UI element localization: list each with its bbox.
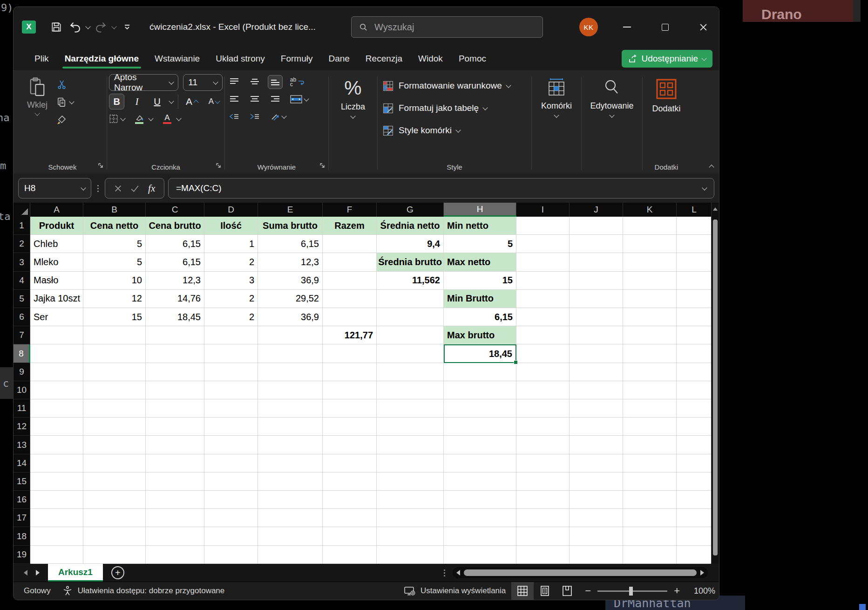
cell-A6[interactable]: Ser: [30, 308, 83, 326]
cell-A11[interactable]: [30, 399, 83, 418]
cancel-icon[interactable]: [114, 185, 122, 192]
cell-A1[interactable]: Produkt: [30, 217, 83, 235]
underline-button[interactable]: U: [149, 94, 165, 110]
align-top-button[interactable]: [227, 75, 242, 89]
cell-J8[interactable]: [570, 344, 623, 363]
cell-I11[interactable]: [516, 399, 570, 418]
cell-L15[interactable]: [677, 473, 712, 491]
cell-J6[interactable]: [570, 308, 623, 326]
cell-H14[interactable]: [444, 454, 516, 473]
cell-F3[interactable]: [323, 253, 377, 271]
cells-button[interactable]: Komórki: [534, 74, 579, 160]
cell-I1[interactable]: [516, 217, 570, 235]
font-size-select[interactable]: 11: [183, 74, 223, 91]
col-header-B[interactable]: B: [83, 203, 146, 217]
cell-C16[interactable]: [146, 491, 204, 509]
cell-F7[interactable]: 121,77: [323, 326, 377, 344]
cell-E14[interactable]: [258, 454, 323, 473]
cell-I13[interactable]: [516, 436, 570, 454]
cell-H12[interactable]: [444, 418, 516, 436]
bold-button[interactable]: B: [109, 94, 124, 110]
cell-F2[interactable]: [323, 235, 377, 253]
cell-G17[interactable]: [377, 509, 444, 527]
cell-H2[interactable]: 5: [444, 235, 516, 253]
cell-K3[interactable]: [623, 253, 677, 271]
cell-F10[interactable]: [323, 381, 377, 399]
cell-E8[interactable]: [258, 344, 323, 363]
cell-G9[interactable]: [377, 363, 444, 381]
cell-I19[interactable]: [516, 546, 570, 564]
cell-E15[interactable]: [258, 473, 323, 491]
cell-J13[interactable]: [570, 436, 623, 454]
cell-B1[interactable]: Cena netto: [83, 217, 146, 235]
collapse-ribbon-icon[interactable]: [709, 164, 714, 170]
cell-D7[interactable]: [204, 326, 258, 344]
tab-recenzja[interactable]: Recenzja: [358, 47, 410, 70]
cell-D19[interactable]: [204, 546, 258, 564]
zoom-out-button[interactable]: −: [585, 585, 591, 597]
search-box[interactable]: Wyszukaj: [351, 16, 543, 38]
row-header-9[interactable]: 9: [14, 363, 30, 381]
cell-G6[interactable]: [377, 308, 444, 326]
cell-J10[interactable]: [570, 381, 623, 399]
cell-L6[interactable]: [677, 308, 712, 326]
col-header-I[interactable]: I: [516, 203, 570, 217]
cell-K6[interactable]: [623, 308, 677, 326]
insert-function-icon[interactable]: fx: [148, 183, 155, 194]
cell-J4[interactable]: [570, 272, 623, 290]
cell-A16[interactable]: [30, 491, 83, 509]
cell-G10[interactable]: [377, 381, 444, 399]
formula-input[interactable]: =MAX(C:C): [168, 178, 714, 199]
col-header-J[interactable]: J: [570, 203, 623, 217]
cell-I3[interactable]: [516, 253, 570, 271]
cell-A10[interactable]: [30, 381, 83, 399]
cell-I7[interactable]: [516, 326, 570, 344]
align-left-button[interactable]: [227, 92, 242, 106]
cell-C6[interactable]: 18,45: [146, 308, 204, 326]
cell-I15[interactable]: [516, 473, 570, 491]
cell-I18[interactable]: [516, 527, 570, 545]
cell-J12[interactable]: [570, 418, 623, 436]
vertical-scrollbar[interactable]: [711, 203, 719, 564]
font-family-select[interactable]: Aptos Narrow: [109, 74, 178, 91]
zoom-in-button[interactable]: +: [674, 585, 680, 597]
tab-wstawianie[interactable]: Wstawianie: [147, 47, 208, 70]
cell-H8[interactable]: 18,45: [444, 344, 516, 363]
orientation-button[interactable]: [268, 110, 288, 123]
cell-styles-button[interactable]: Style komórki: [382, 121, 527, 140]
cell-D16[interactable]: [204, 491, 258, 509]
expand-formula-bar-icon[interactable]: [702, 185, 707, 190]
cell-G5[interactable]: [377, 290, 444, 308]
cell-L3[interactable]: [677, 253, 712, 271]
cell-K18[interactable]: [623, 527, 677, 545]
next-sheet-icon[interactable]: [36, 570, 40, 576]
cell-B18[interactable]: [83, 527, 146, 545]
number-format-button[interactable]: % Liczba: [331, 74, 375, 160]
cell-H6[interactable]: 6,15: [444, 308, 516, 326]
cell-F19[interactable]: [323, 546, 377, 564]
cell-K19[interactable]: [623, 546, 677, 564]
cell-I2[interactable]: [516, 235, 570, 253]
cell-E5[interactable]: 29,52: [258, 290, 323, 308]
sheet-tab-arkusz1[interactable]: Arkusz1: [48, 564, 103, 582]
cell-L9[interactable]: [677, 363, 712, 381]
cell-G19[interactable]: [377, 546, 444, 564]
cell-B13[interactable]: [83, 436, 146, 454]
cell-K14[interactable]: [623, 454, 677, 473]
cell-I6[interactable]: [516, 308, 570, 326]
cell-C18[interactable]: [146, 527, 204, 545]
account-avatar[interactable]: KK: [579, 18, 598, 36]
align-right-button[interactable]: [268, 92, 283, 106]
cell-A14[interactable]: [30, 454, 83, 473]
cell-B3[interactable]: 5: [83, 253, 146, 271]
cell-I17[interactable]: [516, 509, 570, 527]
cell-G8[interactable]: [377, 344, 444, 363]
view-page-layout-button[interactable]: [534, 582, 556, 600]
cell-F11[interactable]: [323, 399, 377, 418]
cell-J2[interactable]: [570, 235, 623, 253]
cell-J1[interactable]: [570, 217, 623, 235]
display-settings-button[interactable]: Ustawienia wyświetlania: [398, 582, 511, 600]
row-header-3[interactable]: 3: [14, 253, 30, 271]
enter-icon[interactable]: [130, 185, 139, 192]
cell-I16[interactable]: [516, 491, 570, 509]
